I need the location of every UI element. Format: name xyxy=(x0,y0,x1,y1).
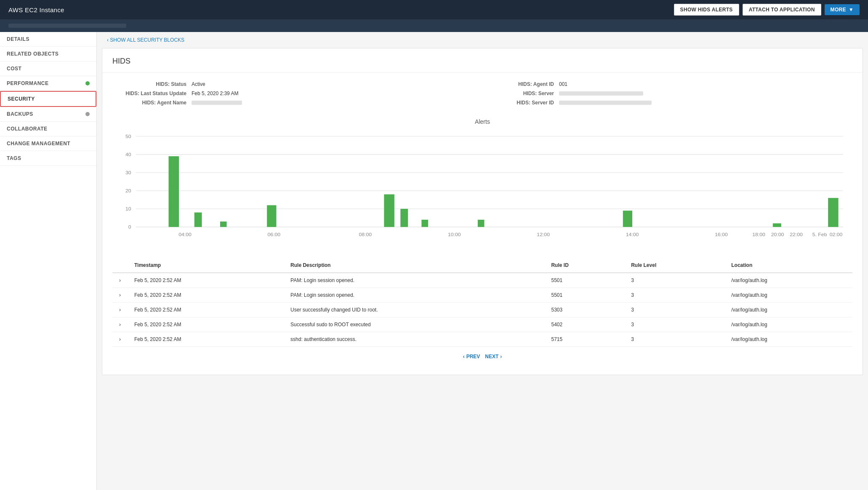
cell-timestamp: Feb 5, 2020 2:52 AM xyxy=(128,317,284,332)
hids-server-id-label: HIDS: Server ID xyxy=(487,100,554,106)
sidebar-item-details[interactable]: DETAILS xyxy=(0,32,96,47)
prev-button[interactable]: ‹ PREV xyxy=(463,354,480,360)
chevron-right-icon: › xyxy=(500,354,502,360)
svg-text:02:00: 02:00 xyxy=(830,232,843,237)
hids-agent-name-label: HIDS: Agent Name xyxy=(119,100,186,106)
hids-agent-name-value-blur xyxy=(192,101,242,105)
cell-rule-level: 3 xyxy=(624,288,724,303)
chart-svg: 50 40 30 20 10 0 xyxy=(112,132,852,250)
hids-agent-id-value: 001 xyxy=(559,81,567,87)
alerts-chart-title: Alerts xyxy=(112,118,852,125)
cell-rule-level: 3 xyxy=(624,332,724,347)
sub-header-blur xyxy=(8,24,126,28)
show-hids-alerts-button[interactable]: SHOW HIDS ALERTS xyxy=(674,4,739,16)
svg-text:5. Feb: 5. Feb xyxy=(812,232,827,237)
next-label: NEXT xyxy=(485,354,498,360)
sidebar-item-tags[interactable]: TAGS xyxy=(0,151,96,166)
hids-status-row: HIDS: Status Active xyxy=(119,81,478,87)
hids-panel: HIDS HIDS: Status Active HIDS: Last Stat… xyxy=(102,48,863,375)
breadcrumb[interactable]: ‹ SHOW ALL SECURITY BLOCKS xyxy=(97,32,868,48)
page-title: AWS EC2 Instance xyxy=(8,6,64,13)
svg-text:10: 10 xyxy=(125,206,131,212)
svg-text:12:00: 12:00 xyxy=(537,232,550,237)
row-expand-icon[interactable]: › xyxy=(112,273,128,288)
alerts-section: Alerts 50 40 30 20 10 xyxy=(102,114,863,375)
cell-timestamp: Feb 5, 2020 2:52 AM xyxy=(128,288,284,303)
next-button[interactable]: NEXT › xyxy=(485,354,502,360)
cell-rule-level: 3 xyxy=(624,273,724,288)
table-row[interactable]: › Feb 5, 2020 2:52 AM User successfully … xyxy=(112,303,852,317)
table-row[interactable]: › Feb 5, 2020 2:52 AM PAM: Login session… xyxy=(112,273,852,288)
table-row[interactable]: › Feb 5, 2020 2:52 AM sshd: authenticati… xyxy=(112,332,852,347)
chart-bar xyxy=(400,209,408,227)
table-row[interactable]: › Feb 5, 2020 2:52 AM Successful sudo to… xyxy=(112,317,852,332)
col-rule-description: Rule Description xyxy=(284,258,544,273)
table-row[interactable]: › Feb 5, 2020 2:52 AM PAM: Login session… xyxy=(112,288,852,303)
chart-bar xyxy=(828,198,838,227)
row-expand-icon[interactable]: › xyxy=(112,332,128,347)
attach-to-application-button[interactable]: ATTACH TO APPLICATION xyxy=(743,4,821,16)
col-expand xyxy=(112,258,128,273)
chart-bar xyxy=(773,224,781,227)
hids-last-update-label: HIDS: Last Status Update xyxy=(119,91,186,96)
svg-text:10:00: 10:00 xyxy=(448,232,461,237)
sidebar-item-performance[interactable]: PERFORMANCE xyxy=(0,76,96,91)
row-expand-icon[interactable]: › xyxy=(112,317,128,332)
hids-server-label: HIDS: Server xyxy=(487,91,554,96)
svg-text:04:00: 04:00 xyxy=(178,232,192,237)
cell-rule-id: 5303 xyxy=(544,303,624,317)
col-rule-level: Rule Level xyxy=(624,258,724,273)
hids-last-update-value: Feb 5, 2020 2:39 AM xyxy=(192,91,238,96)
svg-text:18:00: 18:00 xyxy=(752,232,765,237)
sub-header xyxy=(0,19,868,32)
prev-label: PREV xyxy=(466,354,480,360)
chart-bar xyxy=(623,210,632,227)
more-button[interactable]: MORE ▼ xyxy=(825,4,860,15)
col-location: Location xyxy=(724,258,852,273)
svg-text:50: 50 xyxy=(125,133,131,139)
hids-server-id-row: HIDS: Server ID xyxy=(487,100,846,106)
row-expand-icon[interactable]: › xyxy=(112,288,128,303)
cell-rule-description: PAM: Login session opened. xyxy=(284,273,544,288)
pagination: ‹ PREV NEXT › xyxy=(112,347,852,366)
cell-rule-id: 5501 xyxy=(544,273,624,288)
svg-text:20:00: 20:00 xyxy=(771,232,784,237)
cell-rule-level: 3 xyxy=(624,303,724,317)
sidebar-item-change-management[interactable]: CHANGE MANAGEMENT xyxy=(0,136,96,151)
row-expand-icon[interactable]: › xyxy=(112,303,128,317)
hids-status-label: HIDS: Status xyxy=(119,81,186,87)
cell-location: /var/log/auth.log xyxy=(724,317,852,332)
panel-title: HIDS xyxy=(102,48,863,73)
main-content: ‹ SHOW ALL SECURITY BLOCKS HIDS HIDS: St… xyxy=(97,32,868,490)
backups-status-dot xyxy=(85,112,90,116)
svg-text:14:00: 14:00 xyxy=(626,232,639,237)
svg-text:22:00: 22:00 xyxy=(790,232,803,237)
svg-text:08:00: 08:00 xyxy=(359,232,372,237)
sidebar-item-backups[interactable]: BACKUPS xyxy=(0,107,96,122)
main-layout: DETAILS RELATED OBJECTS COST PERFORMANCE… xyxy=(0,32,868,490)
hids-server-id-value-blur xyxy=(559,101,652,105)
sidebar: DETAILS RELATED OBJECTS COST PERFORMANCE… xyxy=(0,32,97,490)
col-timestamp: Timestamp xyxy=(128,258,284,273)
cell-rule-description: User successfully changed UID to root. xyxy=(284,303,544,317)
sidebar-item-collaborate[interactable]: COLLABORATE xyxy=(0,122,96,136)
sidebar-item-security[interactable]: SECURITY xyxy=(0,91,96,107)
top-header: AWS EC2 Instance SHOW HIDS ALERTS ATTACH… xyxy=(0,0,868,19)
cell-location: /var/log/auth.log xyxy=(724,332,852,347)
sidebar-item-cost[interactable]: COST xyxy=(0,61,96,76)
performance-status-dot xyxy=(85,81,90,85)
header-actions: SHOW HIDS ALERTS ATTACH TO APPLICATION M… xyxy=(674,4,860,16)
chart-bar xyxy=(169,156,179,227)
cell-rule-level: 3 xyxy=(624,317,724,332)
cell-rule-id: 5715 xyxy=(544,332,624,347)
hids-status-value: Active xyxy=(192,81,205,87)
chart-bar xyxy=(384,194,394,227)
cell-location: /var/log/auth.log xyxy=(724,303,852,317)
cell-location: /var/log/auth.log xyxy=(724,288,852,303)
svg-text:0: 0 xyxy=(128,224,131,230)
hids-info-right: HIDS: Agent ID 001 HIDS: Server HIDS: Se… xyxy=(487,81,846,106)
breadcrumb-label: ‹ SHOW ALL SECURITY BLOCKS xyxy=(107,37,184,43)
cell-rule-description: Successful sudo to ROOT executed xyxy=(284,317,544,332)
sidebar-item-related-objects[interactable]: RELATED OBJECTS xyxy=(0,47,96,61)
col-rule-id: Rule ID xyxy=(544,258,624,273)
